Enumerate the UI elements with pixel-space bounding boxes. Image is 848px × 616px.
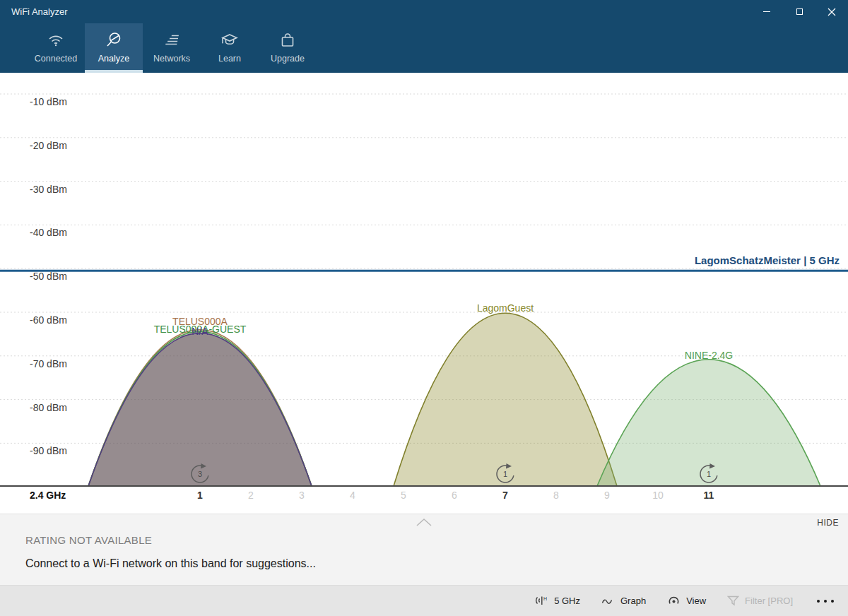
tab-upgrade[interactable]: Upgrade	[259, 23, 317, 73]
filter-icon	[727, 596, 739, 606]
y-axis-tick-label: -30 dBm	[30, 184, 67, 195]
channel-label: 7	[502, 490, 508, 501]
y-axis-tick-label: -60 dBm	[30, 314, 67, 326]
connected-network-label: LagomSchatzMeister | 5 GHz	[695, 254, 840, 266]
channel-label: 3	[299, 490, 305, 501]
network-curve[interactable]	[394, 313, 617, 486]
tab-label: Learn	[218, 54, 241, 64]
titlebar: WiFi Analyzer	[0, 0, 848, 23]
minimize-icon	[763, 11, 770, 12]
y-axis-tick-label: -80 dBm	[30, 402, 67, 413]
filter-button[interactable]: Filter [PRO]	[727, 596, 793, 606]
network-ssid-label: N/A	[192, 326, 208, 337]
tab-label: Networks	[153, 54, 190, 64]
tab-label: Upgrade	[271, 54, 305, 64]
band-axis-label: 2.4 GHz	[30, 490, 66, 501]
channel-label: 5	[401, 490, 406, 501]
wifi-icon	[47, 30, 65, 51]
channel-label: 11	[704, 490, 714, 501]
maximize-icon	[796, 8, 803, 15]
channel-label: 1	[197, 490, 203, 501]
status-bar: H 5 GHz Graph View Filter [PRO]	[0, 585, 848, 616]
y-axis-tick-label: -50 dBm	[30, 271, 67, 282]
more-options-button[interactable]	[814, 596, 837, 607]
maximize-button[interactable]	[783, 0, 815, 23]
close-icon	[828, 8, 836, 16]
view-label: View	[686, 596, 706, 606]
wifi-analyzer-window: WiFi Analyzer	[0, 0, 848, 616]
network-ssid-label: LagomGuest	[477, 302, 534, 314]
tab-analyze[interactable]: Analyze	[85, 23, 143, 73]
network-curve[interactable]	[88, 333, 312, 486]
collapse-panel-button[interactable]	[414, 517, 434, 530]
y-axis-tick-label: -70 dBm	[30, 358, 67, 369]
eye-icon	[667, 596, 681, 606]
channel-label: 6	[452, 490, 457, 501]
badge-count: 1	[707, 470, 711, 478]
frequency-icon: H	[534, 595, 548, 607]
window-title: WiFi Analyzer	[11, 6, 67, 17]
channel-label: 9	[604, 490, 610, 501]
y-axis-tick-label: -10 dBm	[30, 96, 67, 107]
channel-label: 4	[350, 490, 355, 501]
graduation-cap-icon	[220, 30, 239, 51]
badge-count: 1	[503, 470, 507, 478]
channel-label: 2	[248, 490, 254, 501]
app-header: WiFi Analyzer	[0, 0, 848, 73]
chevron-up-icon	[415, 517, 433, 528]
signal-graph-canvas: -10 dBm-20 dBm-30 dBm-40 dBm-50 dBm-60 d…	[0, 73, 848, 514]
suggestion-panel: HIDE RATING NOT AVAILABLE Connect to a W…	[0, 514, 848, 585]
svg-text:H: H	[543, 596, 547, 601]
channel-label: 10	[652, 490, 664, 501]
analyze-icon	[105, 30, 123, 51]
rating-status: RATING NOT AVAILABLE	[25, 534, 152, 546]
view-button[interactable]: View	[667, 596, 706, 606]
window-controls	[750, 0, 848, 23]
y-axis-tick-label: -20 dBm	[30, 140, 67, 151]
tab-label: Analyze	[98, 54, 129, 64]
graph-label: Graph	[620, 596, 646, 606]
rating-message: Connect to a Wi-Fi network on this band …	[25, 557, 316, 570]
badge-count: 3	[198, 470, 202, 478]
network-curve[interactable]	[597, 360, 820, 486]
ellipsis-icon	[817, 600, 820, 603]
minimize-button[interactable]	[750, 0, 783, 23]
tab-networks[interactable]: Networks	[143, 23, 201, 73]
close-button[interactable]	[815, 0, 848, 23]
networks-icon	[163, 30, 181, 51]
tab-learn[interactable]: Learn	[201, 23, 259, 73]
band-selector[interactable]: H 5 GHz	[534, 595, 580, 607]
tab-connected[interactable]: Connected	[27, 23, 85, 73]
band-label: 5 GHz	[554, 596, 580, 606]
shopping-bag-icon	[278, 30, 297, 51]
spectrum-chart: -10 dBm-20 dBm-30 dBm-40 dBm-50 dBm-60 d…	[0, 73, 848, 514]
main-nav: Connected Analyze	[27, 23, 317, 73]
filter-label: Filter [PRO]	[745, 596, 793, 606]
network-ssid-label: NINE-2.4G	[685, 350, 733, 361]
graph-mode-button[interactable]: Graph	[601, 596, 646, 606]
channel-label: 8	[553, 490, 559, 501]
tab-label: Connected	[35, 54, 77, 64]
hide-panel-button[interactable]: HIDE	[817, 518, 839, 528]
y-axis-tick-label: -40 dBm	[30, 227, 67, 238]
wave-icon	[601, 596, 615, 606]
y-axis-tick-label: -90 dBm	[30, 445, 67, 456]
